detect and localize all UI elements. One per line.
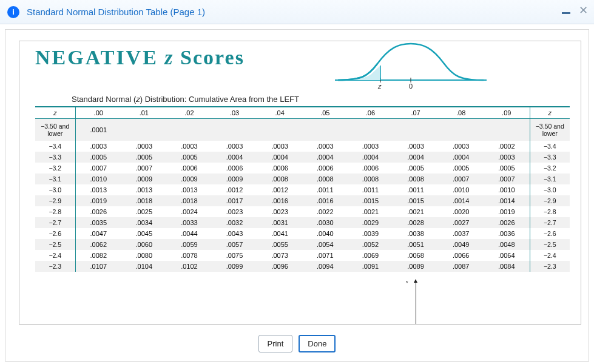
footer-buttons: Print Done	[5, 335, 589, 352]
cell: .0018	[167, 195, 212, 206]
window-title: Standard Normal Distribution Table (Page…	[27, 7, 205, 17]
table-row: −2.5.0062.0060.0059.0057.0055.0054.0052.…	[35, 239, 570, 250]
table-row: −3.4.0003.0003.0003.0003.0003.0003.0003.…	[35, 141, 570, 152]
cell: .0013	[167, 184, 212, 195]
table-row: −2.9.0019.0018.0018.0017.0016.0016.0015.…	[35, 195, 570, 206]
cell: .0003	[121, 141, 167, 152]
row-label-left: −3.4	[35, 141, 75, 152]
col-header: z	[35, 107, 75, 119]
z-table-head: z.00.01.02.03.04.05.06.07.08.09z	[35, 107, 570, 119]
cell: .0005	[75, 152, 121, 163]
row-label-left: −3.1	[35, 174, 75, 184]
cell: .0075	[212, 250, 257, 261]
cell: .0029	[348, 217, 393, 228]
table-row: −2.6.0047.0045.0044.0043.0041.0040.0039.…	[35, 228, 570, 239]
done-button[interactable]: Done	[299, 335, 336, 352]
content-frame: NEGATIVE z Scores z 0 Standard Normal (z…	[5, 29, 589, 362]
cell	[257, 119, 303, 141]
cell: .0012	[257, 184, 303, 195]
row-label-left: −2.9	[35, 195, 75, 206]
cell: .0033	[167, 217, 212, 228]
cell: .0038	[393, 228, 439, 239]
row-label-left: −2.4	[35, 250, 75, 261]
cell: .0040	[302, 228, 348, 239]
cell: .0054	[302, 239, 348, 250]
cell: .0044	[167, 228, 212, 239]
arrow-line-icon	[416, 283, 416, 325]
cell: .0021	[393, 206, 439, 217]
cell: .0034	[121, 217, 167, 228]
curve-zero-label: 0	[409, 83, 413, 90]
cell: .0026	[484, 217, 530, 228]
cell: .0030	[302, 217, 348, 228]
cell: .0013	[121, 184, 167, 195]
z-table-body: −3.50 and lower.0001−3.50 and lower−3.4.…	[35, 119, 570, 272]
document-viewport[interactable]: NEGATIVE z Scores z 0 Standard Normal (z…	[19, 41, 581, 325]
row-label-left: −2.8	[35, 206, 75, 217]
row-label-right: −2.4	[530, 250, 570, 261]
window-controls: ✕	[562, 5, 588, 16]
cell: .0014	[484, 195, 530, 206]
cell: .0091	[348, 261, 393, 272]
cell: .0104	[121, 261, 167, 272]
cell: .0007	[438, 174, 484, 184]
cell	[438, 119, 484, 141]
cell: .0096	[257, 261, 303, 272]
curve-z-label: z	[378, 83, 382, 90]
cell: .0003	[75, 141, 121, 152]
row-label-left: −2.7	[35, 217, 75, 228]
row-label-right: −2.7	[530, 217, 570, 228]
cell	[393, 119, 439, 141]
table-row: −3.0.0013.0013.0013.0012.0012.0011.0011.…	[35, 184, 570, 195]
cell: .0043	[212, 228, 257, 239]
cell: .0068	[393, 250, 439, 261]
table-caption: Standard Normal (z) Distribution: Cumula…	[72, 95, 570, 104]
heading-negative: NEGATIVE	[35, 46, 158, 69]
cell: .0064	[484, 250, 530, 261]
cell: .0010	[75, 174, 121, 184]
print-button[interactable]: Print	[258, 335, 293, 352]
caption-suffix: ) Distribution: Cumulative Area from the…	[140, 95, 299, 104]
row-label-right: −3.0	[530, 184, 570, 195]
cell: .0028	[393, 217, 439, 228]
cell	[302, 119, 348, 141]
cell: .0008	[302, 174, 348, 184]
heading-z: z	[158, 46, 180, 69]
cell: .0005	[438, 163, 484, 174]
cell: .0089	[393, 261, 439, 272]
cell: .0006	[257, 163, 303, 174]
col-header: .07	[393, 107, 439, 119]
info-icon: i	[7, 6, 19, 18]
cell	[212, 119, 257, 141]
cell: .0017	[212, 195, 257, 206]
row-label-right: −2.9	[530, 195, 570, 206]
minimize-icon[interactable]	[562, 12, 570, 14]
titlebar: i Standard Normal Distribution Table (Pa…	[0, 0, 594, 24]
table-row: −3.2.0007.0007.0006.0006.0006.0006.0006.…	[35, 163, 570, 174]
cell: .0016	[257, 195, 303, 206]
cell: .0002	[484, 141, 530, 152]
row-label-right: −3.1	[530, 174, 570, 184]
cell: .0037	[438, 228, 484, 239]
row-label-left: −2.5	[35, 239, 75, 250]
col-header: .00	[75, 107, 121, 119]
col-header: z	[530, 107, 570, 119]
cell: .0051	[393, 239, 439, 250]
table-row: −3.50 and lower.0001−3.50 and lower	[35, 119, 570, 141]
cell: .0082	[75, 250, 121, 261]
col-header: .03	[212, 107, 257, 119]
cell: .0003	[167, 141, 212, 152]
cell: .0003	[438, 141, 484, 152]
cell: .0015	[348, 195, 393, 206]
cell: .0032	[212, 217, 257, 228]
cell: .0041	[257, 228, 303, 239]
cell: .0048	[484, 239, 530, 250]
cell: .0069	[348, 250, 393, 261]
cell: .0035	[75, 217, 121, 228]
cell: .0014	[438, 195, 484, 206]
cell: .0102	[167, 261, 212, 272]
cell: .0021	[348, 206, 393, 217]
close-icon[interactable]: ✕	[579, 5, 588, 16]
row-label-right: −2.8	[530, 206, 570, 217]
cell: .0001	[75, 119, 121, 141]
